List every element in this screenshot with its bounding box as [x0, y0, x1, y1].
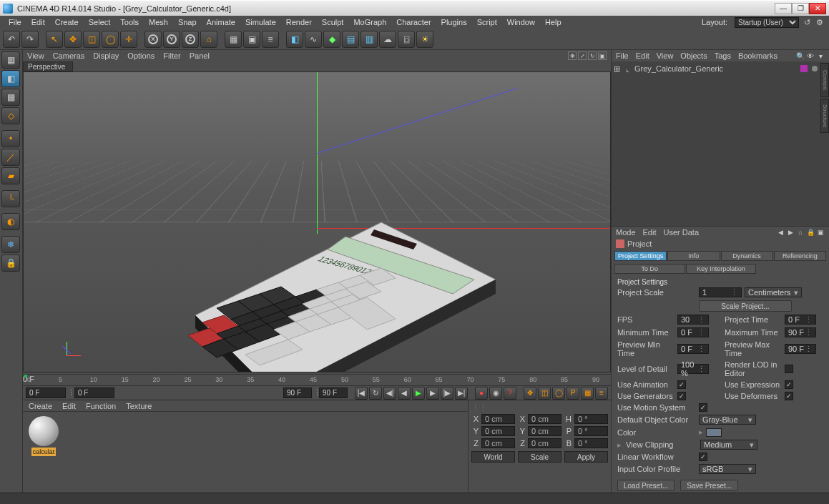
- menu-script[interactable]: Script: [473, 16, 501, 28]
- vp-menu-panel[interactable]: Panel: [190, 51, 210, 60]
- icp-select[interactable]: sRGB: [699, 464, 756, 474]
- y-axis-button[interactable]: Y: [163, 31, 180, 48]
- menu-snap[interactable]: Snap: [174, 16, 201, 28]
- project-time-field[interactable]: 0 F: [785, 315, 816, 325]
- layout-select[interactable]: Startup (User): [735, 17, 799, 28]
- expr-check[interactable]: [785, 380, 793, 389]
- pos-z-field[interactable]: 0 cm: [481, 438, 515, 448]
- vp-orbit-icon[interactable]: ↻: [588, 51, 597, 60]
- prev-key-button[interactable]: ◀|: [383, 387, 396, 400]
- menu-mograph[interactable]: MoGraph: [349, 16, 391, 28]
- vp-menu-cameras[interactable]: Cameras: [53, 51, 85, 60]
- range-start-field[interactable]: 0 F: [26, 387, 66, 398]
- select-tool-button[interactable]: ↖: [46, 31, 63, 48]
- expand-icon[interactable]: ⊞: [613, 64, 620, 74]
- tab-todo[interactable]: To Do: [614, 264, 685, 274]
- add-camera-button[interactable]: ⌼: [398, 31, 415, 48]
- attr-menu-edit[interactable]: Edit: [643, 228, 657, 237]
- current-frame-field[interactable]: 0 F: [74, 387, 114, 398]
- rotate-tool-button[interactable]: ◯: [102, 31, 119, 48]
- key-param-button[interactable]: P: [566, 387, 579, 400]
- om-menu-tags[interactable]: Tags: [715, 51, 731, 60]
- add-deformer-button[interactable]: ▥: [360, 31, 378, 48]
- attr-new-icon[interactable]: ▣: [816, 228, 825, 237]
- fps-field[interactable]: 30: [677, 315, 709, 325]
- mat-menu-edit[interactable]: Edit: [62, 402, 76, 410]
- add-light-button[interactable]: ☀: [416, 31, 433, 48]
- pmax-field[interactable]: 90 F: [785, 344, 816, 354]
- vp-pan-icon[interactable]: ✥: [568, 51, 577, 60]
- viewport-tab[interactable]: Perspective: [23, 61, 73, 71]
- tab-info[interactable]: Info: [667, 251, 720, 261]
- object-name[interactable]: Grey_Calculator_Generic: [634, 64, 798, 73]
- add-environment-button[interactable]: ☁: [379, 31, 396, 48]
- locked-workplane-button[interactable]: 🔒: [1, 255, 20, 272]
- calculator-object[interactable]: 123456789012: [160, 215, 503, 372]
- motion-check[interactable]: [699, 403, 707, 412]
- om-filter-icon[interactable]: ▾: [816, 51, 825, 60]
- menu-help[interactable]: Help: [541, 16, 566, 28]
- menu-select[interactable]: Select: [84, 16, 115, 28]
- polygon-mode-button[interactable]: ▰: [1, 167, 20, 184]
- workplane-mode-button[interactable]: ◇: [1, 107, 20, 124]
- minimize-button[interactable]: —: [775, 3, 792, 14]
- close-button[interactable]: ✕: [809, 3, 826, 14]
- render-settings-button[interactable]: ≡: [262, 31, 279, 48]
- redo-button[interactable]: ↷: [21, 31, 39, 48]
- vp-zoom-icon[interactable]: ⤢: [578, 51, 587, 60]
- menu-file[interactable]: File: [4, 16, 26, 28]
- vc-select[interactable]: Medium: [700, 440, 757, 450]
- render-region-button[interactable]: ▣: [243, 31, 260, 48]
- key-rot-button[interactable]: ◯: [552, 387, 565, 400]
- perspective-viewport[interactable]: 123456789012: [23, 71, 611, 372]
- key-scale-button[interactable]: ◫: [538, 387, 551, 400]
- lw-check[interactable]: [699, 453, 707, 461]
- coord-apply-button[interactable]: Apply: [564, 451, 608, 463]
- loop-button[interactable]: ↻: [369, 387, 382, 400]
- om-menu-file[interactable]: File: [616, 51, 629, 60]
- key-all-button[interactable]: ≡: [595, 387, 608, 400]
- autokey-button[interactable]: ◉: [489, 387, 502, 400]
- goto-end-button[interactable]: ▶|: [455, 387, 468, 400]
- tab-project-settings[interactable]: Project Settings: [614, 251, 667, 261]
- mat-menu-create[interactable]: Create: [29, 402, 52, 410]
- edge-mode-button[interactable]: ／: [1, 149, 20, 166]
- vp-menu-view[interactable]: View: [27, 51, 44, 60]
- layout-revert-icon[interactable]: ↺: [802, 17, 812, 27]
- visibility-dot-icon[interactable]: [812, 66, 818, 71]
- goto-start-button[interactable]: |◀: [355, 387, 368, 400]
- x-axis-button[interactable]: X: [144, 31, 162, 48]
- om-menu-bookmarks[interactable]: Bookmarks: [738, 51, 778, 60]
- def-check[interactable]: [785, 392, 793, 400]
- texture-mode-button[interactable]: ▩: [1, 89, 20, 106]
- menu-create[interactable]: Create: [51, 16, 83, 28]
- timeline-ruler[interactable]: 051015202530354045505560657075808590 0 F: [23, 374, 611, 385]
- play-button[interactable]: ▶: [412, 387, 425, 400]
- gen-check[interactable]: [677, 392, 686, 400]
- undo-button[interactable]: ↶: [3, 31, 20, 48]
- key-pos-button[interactable]: ✥: [524, 387, 536, 400]
- pos-y-field[interactable]: 0 cm: [481, 426, 515, 436]
- mat-menu-function[interactable]: Function: [86, 402, 116, 410]
- snap-button[interactable]: ❄: [1, 236, 20, 253]
- project-scale-field[interactable]: 1: [699, 287, 742, 297]
- rot-b-field[interactable]: 0 °: [574, 438, 608, 448]
- content-browser-tab[interactable]: Content: [820, 63, 829, 97]
- menu-window[interactable]: Window: [503, 16, 539, 28]
- om-search-icon[interactable]: 🔍: [796, 51, 805, 60]
- prev-frame-button[interactable]: ◀: [398, 387, 411, 400]
- range-end-a-field[interactable]: 90 F: [283, 387, 312, 398]
- structure-tab[interactable]: Structure: [820, 99, 829, 133]
- size-x-field[interactable]: 0 cm: [528, 414, 561, 424]
- tab-keyinterp[interactable]: Key Interpolation: [686, 264, 757, 274]
- attr-menu-mode[interactable]: Mode: [616, 228, 636, 237]
- vp-menu-display[interactable]: Display: [93, 51, 119, 60]
- key-pla-button[interactable]: ▦: [581, 387, 594, 400]
- menu-simulate[interactable]: Simulate: [241, 16, 280, 28]
- color-swatch[interactable]: [706, 428, 722, 437]
- vp-menu-filter[interactable]: Filter: [163, 51, 180, 60]
- keyframe-sel-button[interactable]: ?: [504, 387, 516, 400]
- record-button[interactable]: ●: [475, 387, 488, 400]
- lasttool-button[interactable]: ✛: [120, 31, 137, 48]
- menu-animate[interactable]: Animate: [202, 16, 240, 28]
